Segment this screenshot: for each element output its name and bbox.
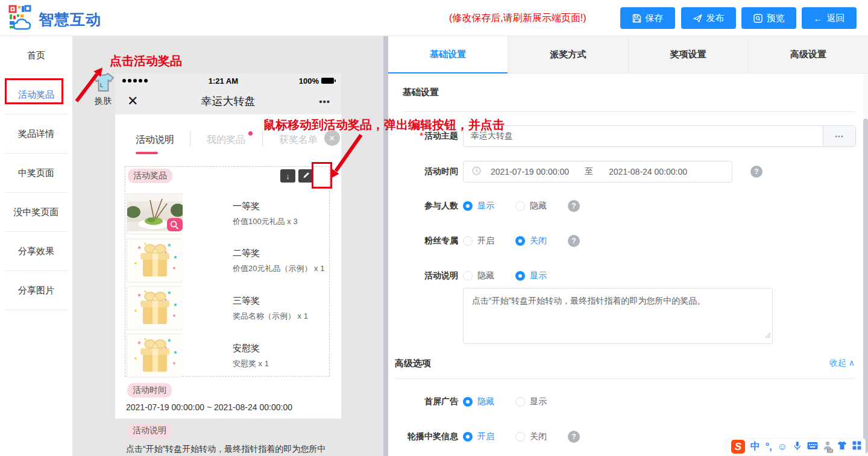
theme-more-button[interactable]: •••	[823, 126, 855, 146]
ime-toolbar: S 中 °, ☺ 15	[727, 439, 866, 455]
ime-mode-toggle[interactable]: 中	[750, 440, 760, 453]
battery-percent: 100%	[299, 77, 319, 86]
save-button[interactable]: 保存	[620, 7, 675, 29]
resize-grip-icon[interactable]	[765, 329, 771, 342]
form-row-time: 活动时间 2021-07-19 00:00:00 至 2021-08-24 00…	[388, 161, 862, 183]
tab-basic-settings[interactable]: 基础设置	[388, 36, 508, 73]
help-icon[interactable]: ?	[568, 431, 580, 443]
prize-row[interactable]: 二等奖 价值20元礼品（示例） x 1	[127, 239, 328, 283]
prize-desc: 价值100元礼品 x 3	[233, 216, 298, 227]
sidebar-item-share-image[interactable]: 分享图片	[0, 271, 72, 310]
back-arrow-icon: ←	[814, 13, 823, 23]
sogou-logo-icon[interactable]: S	[731, 440, 745, 454]
time-section-label: 活动时间	[127, 383, 172, 398]
prize-row[interactable]: 三等奖 奖品名称（示例） x 1	[127, 286, 328, 330]
prize-giftbox-image[interactable]	[127, 334, 182, 378]
range-to-label: 至	[585, 166, 593, 177]
ime-punctuation-toggle[interactable]: °,	[766, 442, 772, 452]
ime-menu-grid-icon[interactable]	[852, 441, 861, 452]
radio-show[interactable]: 显示	[463, 201, 511, 211]
prize-title: 一等奖	[233, 201, 298, 212]
section-title-basic: 基础设置	[403, 87, 439, 98]
help-icon[interactable]: ?	[568, 200, 580, 212]
back-button[interactable]: ← 返回	[802, 7, 857, 29]
emoji-icon[interactable]: ☺	[778, 442, 787, 452]
top-header: 智慧互动 (修改保存后,请刷新展示端页面!) 保存 发布 预览 ← 返回	[0, 0, 868, 36]
prize-desc: 价值20元礼品（示例） x 1	[233, 263, 324, 274]
preview-area: 换肤 1:21 AM 100% ✕ 幸运大转盘 ••• 活动说明 我的奖品	[72, 36, 383, 456]
prize-row[interactable]: 一等奖 价值100元礼品 x 3	[127, 193, 328, 234]
prize-section-label: 活动奖品	[128, 169, 172, 183]
prize-giftbox-image[interactable]	[127, 286, 182, 330]
highlight-box-sidebar	[5, 78, 63, 104]
help-icon[interactable]: ?	[750, 166, 763, 178]
radio-show[interactable]: 显示	[515, 396, 563, 407]
user-account-icon[interactable]: 15	[823, 441, 832, 452]
middle-scrollbar[interactable]	[383, 36, 388, 456]
highlight-box-edit-button	[312, 162, 332, 189]
radio-on[interactable]: 开启	[463, 431, 511, 442]
notification-dot	[248, 131, 253, 136]
down-arrow-icon: ↓	[286, 172, 290, 181]
active-tab-underline	[136, 152, 158, 154]
prize-title: 二等奖	[233, 248, 324, 259]
help-icon[interactable]: ?	[568, 235, 580, 247]
preview-button[interactable]: 预览	[741, 7, 796, 29]
prize-desc: 奖品名称（示例） x 1	[233, 311, 308, 322]
sidebar-item-prize-details[interactable]: 奖品详情	[0, 114, 72, 154]
prize-giftbox-image[interactable]	[127, 239, 182, 283]
chevron-up-icon: ∧	[849, 358, 855, 367]
change-skin-button[interactable]: 换肤	[89, 72, 117, 107]
collapse-toggle[interactable]: 收起 ∧	[829, 358, 855, 369]
radio-hide[interactable]: 隐藏	[515, 201, 563, 211]
brand: 智慧互动	[8, 5, 101, 34]
radio-hide[interactable]: 隐藏	[463, 270, 511, 281]
radio-on[interactable]: 开启	[463, 236, 511, 246]
prize-photo[interactable]	[127, 193, 182, 234]
radio-hide[interactable]: 隐藏	[463, 396, 511, 407]
date-range-picker[interactable]: 2021-07-19 00:00:00 至 2021-08-24 00:00:0…	[463, 161, 732, 183]
battery-indicator: 100%	[299, 77, 334, 86]
phone-statusbar: 1:21 AM 100%	[115, 73, 341, 88]
close-icon[interactable]: ✕	[127, 93, 138, 109]
settings-scrollbar[interactable]	[863, 73, 868, 456]
sidebar-item-win-page[interactable]: 中奖页面	[0, 154, 72, 193]
form-row-fans-only: 粉丝专属 开启 关闭 ?	[388, 230, 862, 252]
activity-desc-textarea[interactable]: 点击“开始”转盘开始转动，最终指针指着的即为您所中的奖品。	[463, 288, 773, 344]
prize-row[interactable]: 安慰奖 安慰奖 x 1	[127, 334, 328, 378]
prize-section[interactable]: 活动奖品 ↓	[125, 166, 330, 376]
activity-desc-label: 活动说明	[388, 270, 458, 281]
advanced-options-title: 高级选项	[395, 358, 431, 369]
battery-icon	[321, 78, 334, 84]
more-dots-icon[interactable]: •••	[319, 96, 330, 107]
status-time: 1:21 AM	[148, 77, 299, 86]
tab-my-prizes[interactable]: 我的奖品	[207, 134, 245, 146]
prize-title: 三等奖	[233, 295, 308, 307]
radio-off[interactable]: 关闭	[515, 431, 563, 442]
publish-button[interactable]: 发布	[681, 7, 736, 29]
microphone-icon[interactable]	[793, 441, 802, 453]
tshirt-icon	[92, 84, 115, 94]
radio-show[interactable]: 显示	[515, 270, 563, 281]
tab-prize-settings[interactable]: 奖项设置	[628, 36, 748, 73]
sidebar-item-home[interactable]: 首页	[0, 36, 72, 75]
keyboard-icon[interactable]	[807, 442, 818, 452]
tab-activity-desc[interactable]: 活动说明	[136, 134, 174, 146]
skin-tshirt-icon[interactable]	[837, 441, 847, 452]
theme-input[interactable]: 幸运大转盘 •••	[463, 125, 856, 147]
brand-title: 智慧互动	[39, 10, 101, 30]
sidebar-item-share-effect[interactable]: 分享效果	[0, 232, 72, 271]
app-screen: 智慧互动 (修改保存后,请刷新展示端页面!) 保存 发布 预览 ← 返回	[0, 0, 868, 456]
preview-icon	[753, 14, 763, 23]
tab-advanced-settings[interactable]: 高级设置	[748, 36, 868, 73]
change-skin-label: 换肤	[89, 96, 117, 107]
annotation-hover-edit: 鼠标移动到活动奖品，弹出编辑按钮，并点击	[263, 117, 505, 133]
activity-description-text: 点击“开始”转盘开始转动，最终指针指着的即为您所中	[126, 443, 334, 455]
prize-title: 安慰奖	[233, 343, 269, 354]
tab-award-method[interactable]: 派奖方式	[508, 36, 627, 73]
tab-winner-list[interactable]: 获奖名单	[279, 134, 318, 146]
move-down-button[interactable]: ↓	[280, 169, 295, 183]
carousel-label: 轮播中奖信息	[388, 431, 458, 442]
radio-off[interactable]: 关闭	[515, 236, 563, 246]
sidebar-item-no-win-page[interactable]: 没中奖页面	[0, 193, 72, 232]
